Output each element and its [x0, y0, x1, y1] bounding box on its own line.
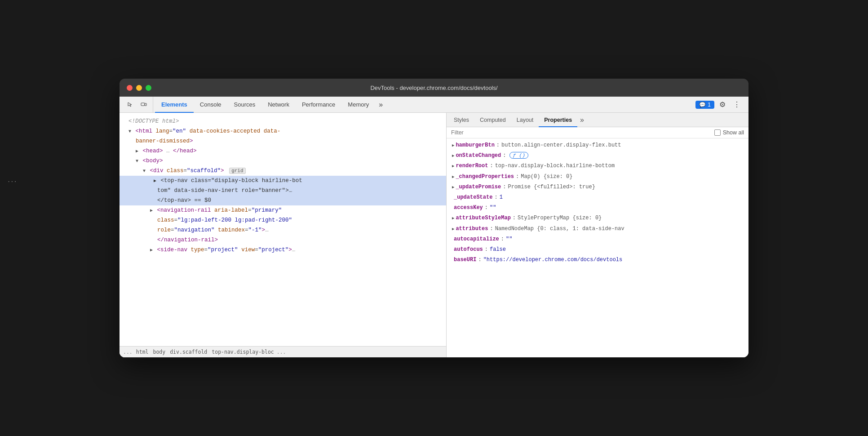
dom-scaffold-line[interactable]: ▼ <div class="scaffold"> grid: [120, 166, 446, 176]
scaffold-triangle[interactable]: ▼: [143, 169, 146, 174]
traffic-lights: [127, 85, 151, 91]
tab-network[interactable]: Network: [261, 97, 296, 113]
device-toolbar-icon[interactable]: [137, 98, 150, 111]
maximize-button[interactable]: [146, 85, 151, 91]
breadcrumb: ... html body div.scaffold top-nav.displ…: [120, 346, 446, 357]
prop-renderRoot[interactable]: ▶ renderRoot : top-nav.display-block.hai…: [447, 161, 748, 171]
body-triangle[interactable]: ▼: [136, 159, 138, 164]
props-list[interactable]: ▶ hamburgerBtn : button.align-center.dis…: [447, 138, 748, 357]
toolbar-right: 💬 1 ⚙ ⋮: [692, 97, 747, 112]
sidenav-triangle[interactable]: ▶: [150, 248, 153, 253]
dom-doctype-line: <!DOCTYPE html>: [120, 116, 446, 126]
dom-navrail-line2: class="lg:pad-left-200 lg:pad-right-200": [120, 215, 446, 225]
show-all-label[interactable]: Show all: [714, 129, 744, 136]
title-bar: DevTools - developer.chrome.com/docs/dev…: [120, 79, 748, 97]
html-triangle[interactable]: ▼: [128, 129, 131, 134]
sub-tab-computed[interactable]: Computed: [474, 113, 511, 127]
fn-badge: ƒ (): [509, 152, 528, 159]
minimize-button[interactable]: [136, 85, 142, 91]
breadcrumb-topnav[interactable]: top-nav.display-bloc: [210, 348, 275, 356]
prop-triangle-attributeStyleMap[interactable]: ▶: [452, 215, 454, 222]
prop-changedProperties[interactable]: ▶ _changedProperties : Map(0) {size: 0}: [447, 172, 748, 182]
main-content: <!DOCTYPE html> ▼ <html lang="en" data-c…: [120, 113, 748, 357]
prop-autocapitalize: autocapitalize : "": [447, 234, 748, 245]
notification-badge[interactable]: 💬 1: [695, 101, 714, 109]
more-options-button[interactable]: ⋮: [731, 98, 743, 111]
main-toolbar: Elements Console Sources Network Perform…: [120, 97, 748, 113]
prop-onStateChanged[interactable]: ▶ onStateChanged : ƒ (): [447, 151, 748, 161]
settings-button[interactable]: ⚙: [716, 98, 729, 111]
tab-console[interactable]: Console: [194, 97, 228, 113]
dom-sidenav-line[interactable]: ▶ <side-nav type="project" view="project…: [120, 245, 446, 255]
breadcrumb-html[interactable]: html: [134, 348, 151, 356]
breadcrumb-dots-right[interactable]: ...: [277, 349, 286, 355]
prop-updatePromise[interactable]: ▶ _updatePromise : Promise {<fulfilled>:…: [447, 182, 748, 192]
properties-panel: Styles Computed Layout Properties »: [447, 113, 748, 357]
prop-updateState: _updateState : 1: [447, 192, 748, 203]
sub-tabs: Styles Computed Layout Properties »: [447, 113, 748, 127]
sub-tab-properties[interactable]: Properties: [539, 113, 577, 127]
prop-accessKey: accessKey : "": [447, 203, 748, 213]
grid-badge: grid: [229, 168, 245, 174]
window-title: DevTools - developer.chrome.com/docs/dev…: [370, 85, 497, 91]
dom-topnav-close: </top-nav> == $0: [120, 196, 446, 205]
prop-attributes[interactable]: ▶ attributes : NamedNodeMap {0: class, 1…: [447, 224, 748, 234]
dom-topnav-line[interactable]: ... ▶ <top-nav class="display-block hair…: [120, 176, 446, 186]
dom-navrail-line[interactable]: ▶ <navigation-rail aria-label="primary": [120, 205, 446, 215]
prop-triangle-attributes[interactable]: ▶: [452, 226, 454, 232]
svg-rect-1: [145, 103, 147, 106]
devtools-body: Elements Console Sources Network Perform…: [120, 97, 748, 357]
svg-rect-0: [141, 103, 145, 106]
topnav-triangle[interactable]: ▶: [154, 178, 156, 183]
more-tabs-button[interactable]: »: [375, 97, 386, 112]
close-button[interactable]: [127, 85, 133, 91]
dom-navrail-close: </navigation-rail>: [120, 235, 446, 245]
prop-baseURI: baseURI : "https://developer.chrome.com/…: [447, 255, 748, 265]
sub-tab-more[interactable]: »: [577, 113, 587, 127]
prop-triangle-updatePromise[interactable]: ▶: [452, 184, 454, 191]
show-all-checkbox[interactable]: [714, 129, 721, 136]
navrail-triangle[interactable]: ▶: [150, 208, 153, 213]
dom-navrail-line3: role="navigation" tabindex="-1">…: [120, 225, 446, 235]
tab-elements[interactable]: Elements: [155, 97, 194, 113]
tab-sources[interactable]: Sources: [228, 97, 262, 113]
breadcrumb-body[interactable]: body: [151, 348, 167, 356]
head-triangle[interactable]: ▶: [136, 149, 138, 154]
dom-topnav-line2: tom" data-side-nav-inert role="banner">…: [120, 186, 446, 196]
prop-attributeStyleMap[interactable]: ▶ attributeStyleMap : StylePropertyMap {…: [447, 213, 748, 223]
dom-tree[interactable]: <!DOCTYPE html> ▼ <html lang="en" data-c…: [120, 113, 446, 346]
sub-tab-styles[interactable]: Styles: [448, 113, 474, 127]
tab-memory[interactable]: Memory: [341, 97, 375, 113]
toolbar-icons: [121, 97, 153, 112]
breadcrumb-dots-left[interactable]: ...: [123, 349, 133, 355]
tab-performance[interactable]: Performance: [296, 97, 341, 113]
filter-input[interactable]: [451, 129, 714, 136]
sub-tab-layout[interactable]: Layout: [511, 113, 539, 127]
filter-bar: Show all: [447, 127, 748, 138]
breadcrumb-scaffold[interactable]: div.scaffold: [168, 348, 209, 356]
dom-body-line[interactable]: ▼ <body>: [120, 156, 446, 166]
prop-autofocus: autofocus : false: [447, 245, 748, 255]
prop-triangle-renderRoot[interactable]: ▶: [452, 163, 454, 169]
cursor-icon[interactable]: [124, 98, 137, 111]
dom-panel: <!DOCTYPE html> ▼ <html lang="en" data-c…: [120, 113, 447, 357]
dom-html-line2: banner-dismissed>: [120, 136, 446, 146]
prop-triangle-onStateChanged[interactable]: ▶: [452, 153, 454, 159]
dom-html-line[interactable]: ▼ <html lang="en" data-cookies-accepted …: [120, 126, 446, 136]
main-tabs: Elements Console Sources Network Perform…: [155, 97, 692, 112]
prop-triangle-changedProperties[interactable]: ▶: [452, 174, 454, 180]
devtools-window: DevTools - developer.chrome.com/docs/dev…: [120, 79, 748, 357]
prop-triangle-hamburgerBtn[interactable]: ▶: [452, 142, 454, 149]
dom-head-line[interactable]: ▶ <head> … </head>: [120, 146, 446, 156]
prop-hamburgerBtn[interactable]: ▶ hamburgerBtn : button.align-center.dis…: [447, 140, 748, 151]
